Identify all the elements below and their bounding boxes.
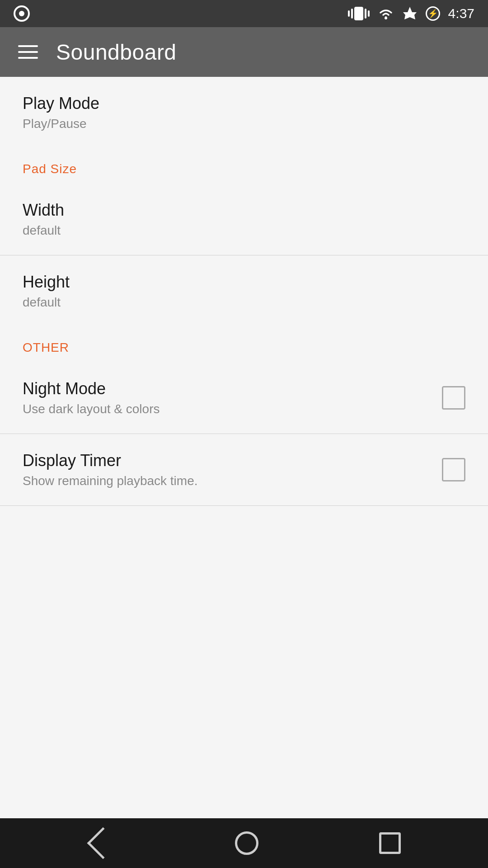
status-bar-right: ⚡ 4:37 bbox=[348, 6, 474, 21]
back-button[interactable] bbox=[87, 827, 119, 859]
night-mode-item[interactable]: Night Mode Use dark layout & colors bbox=[0, 362, 488, 434]
display-timer-subtitle: Show remaining playback time. bbox=[23, 474, 442, 488]
settings-content: Play Mode Play/Pause Pad Size Width defa… bbox=[0, 77, 488, 818]
target-icon bbox=[14, 5, 30, 22]
display-timer-checkbox[interactable] bbox=[442, 458, 465, 481]
home-button[interactable] bbox=[235, 831, 258, 855]
height-subtitle: default bbox=[23, 295, 465, 310]
status-bar-left bbox=[14, 5, 30, 22]
pad-size-header-text: Pad Size bbox=[23, 162, 77, 176]
bottom-nav bbox=[0, 818, 488, 868]
wifi-icon bbox=[378, 7, 394, 20]
hamburger-menu-icon[interactable] bbox=[18, 45, 38, 59]
airplane-icon bbox=[402, 6, 418, 21]
width-title: Width bbox=[23, 201, 465, 220]
night-mode-checkbox[interactable] bbox=[442, 386, 465, 410]
status-bar: ⚡ 4:37 bbox=[0, 0, 488, 27]
divider-3 bbox=[0, 505, 488, 506]
night-mode-subtitle: Use dark layout & colors bbox=[23, 402, 442, 416]
display-timer-text: Display Timer Show remaining playback ti… bbox=[23, 451, 442, 488]
battery-charging-icon: ⚡ bbox=[426, 6, 440, 21]
width-subtitle: default bbox=[23, 223, 465, 238]
pad-size-section-header: Pad Size bbox=[0, 148, 488, 184]
display-timer-title: Display Timer bbox=[23, 451, 442, 470]
width-item[interactable]: Width default bbox=[0, 184, 488, 255]
height-item[interactable]: Height default bbox=[0, 255, 488, 327]
play-mode-subtitle: Play/Pause bbox=[23, 117, 465, 131]
display-timer-item[interactable]: Display Timer Show remaining playback ti… bbox=[0, 434, 488, 505]
play-mode-item[interactable]: Play Mode Play/Pause bbox=[0, 77, 488, 148]
play-mode-title: Play Mode bbox=[23, 94, 465, 113]
night-mode-title: Night Mode bbox=[23, 379, 442, 398]
svg-point-0 bbox=[385, 17, 387, 19]
recents-button[interactable] bbox=[379, 832, 401, 854]
app-title: Soundboard bbox=[56, 40, 177, 65]
app-bar: Soundboard bbox=[0, 27, 488, 77]
night-mode-text: Night Mode Use dark layout & colors bbox=[23, 379, 442, 416]
height-title: Height bbox=[23, 273, 465, 292]
other-section-header: OTHER bbox=[0, 327, 488, 362]
other-header-text: OTHER bbox=[23, 340, 69, 354]
status-time: 4:37 bbox=[448, 6, 474, 21]
vibrate-icon bbox=[348, 7, 370, 20]
